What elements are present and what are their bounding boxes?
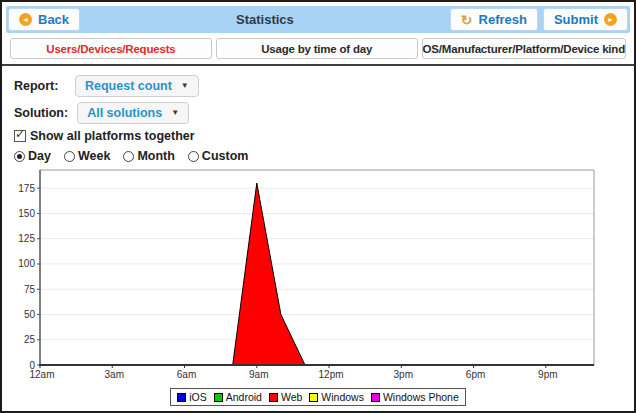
back-button-label: Back xyxy=(38,12,69,27)
radio-month[interactable]: Month xyxy=(123,149,174,163)
ios-swatch-icon xyxy=(177,393,186,402)
windows-swatch-icon xyxy=(309,393,318,402)
svg-text:3am: 3am xyxy=(105,369,124,380)
radio-month-circle xyxy=(123,151,134,162)
tab-os-manufacturer-platform-device-kind[interactable]: OS/Manufacturer/Platform/Device kind xyxy=(422,38,626,59)
submit-arrow-icon: ► xyxy=(604,13,617,26)
period-radio-group: Day Week Month Custom xyxy=(14,149,634,163)
legend-item-web: Web xyxy=(269,391,302,403)
chart-legend: iOS Android Web Windows Windows Phone xyxy=(2,388,634,406)
legend-item-windows-phone: Windows Phone xyxy=(371,391,459,403)
legend-item-windows: Windows xyxy=(309,391,364,403)
svg-text:6am: 6am xyxy=(177,369,196,380)
svg-text:6pm: 6pm xyxy=(466,369,485,380)
solution-dropdown-value: All solutions xyxy=(87,106,162,120)
report-dropdown-value: Request count xyxy=(85,79,172,93)
show-all-platforms-checkbox[interactable]: ✓ xyxy=(14,130,26,142)
legend-item-android: Android xyxy=(214,391,262,403)
radio-day[interactable]: Day xyxy=(14,149,51,163)
report-controls: Report: Request count ▼ Solution: All so… xyxy=(2,66,634,163)
back-button[interactable]: ◄ Back xyxy=(8,8,80,31)
chevron-down-icon: ▼ xyxy=(171,109,179,117)
svg-text:175: 175 xyxy=(18,183,35,194)
statistics-window: ◄ Back Statistics ↻ Refresh Submit ► Use… xyxy=(0,0,636,413)
svg-text:100: 100 xyxy=(18,258,35,269)
refresh-button-label: Refresh xyxy=(479,12,527,27)
svg-text:50: 50 xyxy=(24,309,36,320)
svg-text:25: 25 xyxy=(24,334,36,345)
tab-users-devices-requests[interactable]: Users/Devices/Requests xyxy=(10,38,212,59)
svg-text:75: 75 xyxy=(24,284,36,295)
solution-dropdown[interactable]: All solutions ▼ xyxy=(77,102,189,124)
windows-phone-swatch-icon xyxy=(371,393,380,402)
radio-week-circle xyxy=(64,151,75,162)
legend-item-ios: iOS xyxy=(177,391,207,403)
header-bar: ◄ Back Statistics ↻ Refresh Submit ► xyxy=(6,6,630,33)
radio-custom-circle xyxy=(188,151,199,162)
svg-text:12pm: 12pm xyxy=(319,369,344,380)
chevron-down-icon: ▼ xyxy=(181,82,189,90)
android-swatch-icon xyxy=(214,393,223,402)
svg-text:12am: 12am xyxy=(29,369,54,380)
tab-usage-by-time-of-day[interactable]: Usage by time of day xyxy=(216,38,418,59)
web-swatch-icon xyxy=(269,393,278,402)
svg-text:9am: 9am xyxy=(249,369,268,380)
refresh-icon: ↻ xyxy=(461,13,473,27)
area-chart-canvas: 025507510012515017512am3am6am9am12pm3pm6… xyxy=(2,167,636,383)
page-title: Statistics xyxy=(80,8,450,31)
refresh-button[interactable]: ↻ Refresh xyxy=(450,8,538,31)
radio-day-circle xyxy=(14,151,25,162)
report-label: Report: xyxy=(14,79,66,93)
show-all-platforms-label: Show all platforms together xyxy=(30,129,195,143)
svg-text:3pm: 3pm xyxy=(394,369,413,380)
svg-text:150: 150 xyxy=(18,208,35,219)
requests-chart: 025507510012515017512am3am6am9am12pm3pm6… xyxy=(2,167,634,406)
svg-text:9pm: 9pm xyxy=(538,369,557,380)
radio-week[interactable]: Week xyxy=(64,149,110,163)
show-all-platforms-row: ✓ Show all platforms together xyxy=(14,129,634,143)
svg-text:125: 125 xyxy=(18,233,35,244)
radio-custom[interactable]: Custom xyxy=(188,149,249,163)
submit-button[interactable]: Submit ► xyxy=(543,8,628,31)
solution-label: Solution: xyxy=(14,106,68,120)
back-arrow-icon: ◄ xyxy=(19,13,32,26)
report-dropdown[interactable]: Request count ▼ xyxy=(75,75,199,97)
submit-button-label: Submit xyxy=(554,12,598,27)
tab-bar: Users/Devices/Requests Usage by time of … xyxy=(10,38,626,59)
